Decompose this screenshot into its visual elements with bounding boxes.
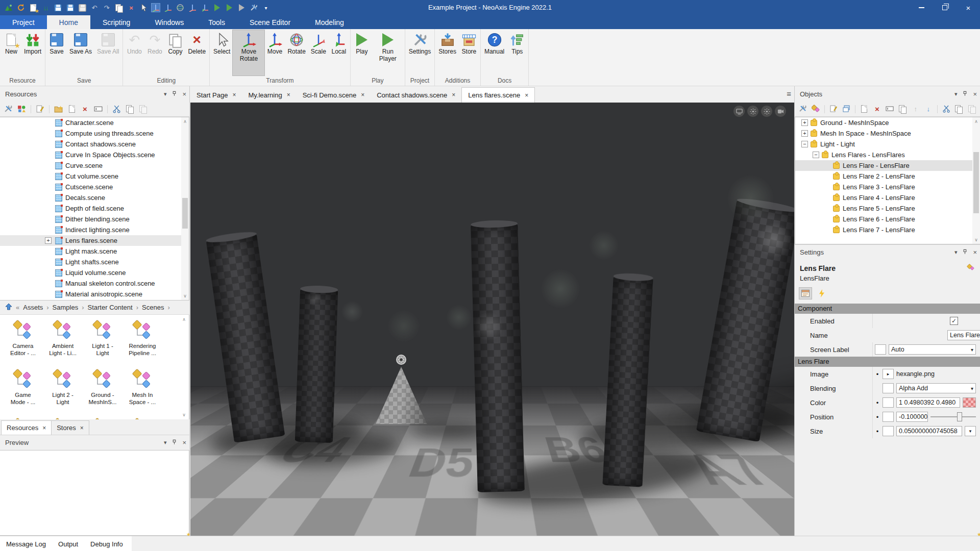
tab-modeling[interactable]: Modeling <box>303 15 356 29</box>
new-file-icon[interactable]: ★ <box>29 3 38 12</box>
import-icon[interactable]: ↓↓ <box>41 3 50 12</box>
grid-item[interactable]: Ground -MeshInS... <box>83 367 122 416</box>
tree-item[interactable]: Contact shadows.scene <box>0 139 189 149</box>
tab-contact-shadows[interactable]: Contact shadows.scene× <box>371 87 461 103</box>
tree-item[interactable]: Cut volume.scene <box>0 171 189 182</box>
copy-button[interactable]: Copy <box>165 30 185 76</box>
move-button[interactable]: Move <box>264 30 285 76</box>
scrollbar-thumb[interactable] <box>973 152 979 213</box>
color-value-field[interactable]: 1 0.4980392 0.4980 <box>896 397 960 408</box>
new-button[interactable]: ★New <box>1 30 21 76</box>
screen-label-dropdown[interactable]: Auto▾ <box>889 344 976 355</box>
play-alt-icon[interactable] <box>225 3 234 12</box>
light-gizmo-icon[interactable] <box>394 353 408 367</box>
grid-item[interactable]: RenderingPipeline ... <box>122 318 162 367</box>
tab-my-learning[interactable]: My.learning× <box>242 87 296 103</box>
play-icon[interactable] <box>212 3 222 12</box>
close-icon[interactable]: × <box>287 91 290 98</box>
panel-dropdown-icon[interactable]: ▾ <box>164 439 167 446</box>
play-button[interactable]: Play <box>352 30 372 76</box>
minimize-button[interactable] <box>910 0 933 15</box>
image-value[interactable]: hexangle.png <box>896 370 935 378</box>
blending-dropdown[interactable]: Alpha Add▾ <box>896 383 976 393</box>
panel-dropdown-icon[interactable]: ▾ <box>954 91 958 97</box>
windows-icon[interactable] <box>842 105 850 113</box>
quick-access-dropdown-icon[interactable]: ▾ <box>261 3 271 12</box>
close-icon[interactable]: × <box>80 424 84 432</box>
panel-close-icon[interactable]: × <box>973 90 977 98</box>
size-field[interactable]: 0.050000000745058 <box>896 426 962 436</box>
tree-item[interactable]: Material anisotropic.scene <box>0 289 189 299</box>
tree-item[interactable]: Liquid volume.scene <box>0 267 189 278</box>
size-dropdown-icon[interactable]: ▾ <box>965 426 976 436</box>
run-player-button[interactable]: Run Player <box>372 30 404 76</box>
pin-icon[interactable] <box>172 439 177 446</box>
delete-button[interactable]: ×Delete <box>185 30 208 76</box>
tree-item[interactable]: Lens Flare 6 - LensFlare <box>795 214 980 224</box>
tree-item[interactable]: −Light - Light <box>795 139 980 149</box>
scrollbar-thumb[interactable] <box>182 198 188 229</box>
manual-button[interactable]: ?Manual <box>482 30 507 76</box>
tree-item[interactable]: +Ground - MeshInSpace <box>795 117 980 128</box>
default-indicator[interactable] <box>883 383 894 393</box>
tab-lens-flares[interactable]: Lens flares.scene× <box>461 87 535 103</box>
tab-debug-info[interactable]: Debug Info <box>90 540 123 548</box>
breadcrumb-item-scenes[interactable]: Scenes <box>142 304 164 311</box>
tree-item[interactable]: Indirect lighting.scene <box>0 224 189 235</box>
tree-item[interactable]: −Lens Flares - LensFlares <box>795 149 980 160</box>
panel-close-icon[interactable]: × <box>182 90 186 98</box>
store-button[interactable]: Store <box>459 30 479 76</box>
default-indicator[interactable] <box>883 426 894 436</box>
select-cursor-icon[interactable] <box>139 3 148 12</box>
default-indicator[interactable] <box>875 344 886 355</box>
save-button[interactable]: Save <box>46 30 67 76</box>
up-level-icon[interactable] <box>5 303 12 312</box>
new-object-icon[interactable]: ★ <box>860 105 868 113</box>
grid-item[interactable]: Light 1 -Light <box>83 318 122 367</box>
scale-button[interactable]: Scale <box>308 30 329 76</box>
pin-icon[interactable] <box>962 249 968 256</box>
close-icon[interactable]: × <box>525 92 528 99</box>
settings-button[interactable]: Settings <box>406 30 433 76</box>
grid-item[interactable]: Light 2 -Light <box>43 367 83 416</box>
enabled-checkbox[interactable]: ✓ <box>950 317 958 325</box>
tab-resources[interactable]: Resources× <box>1 420 52 435</box>
tree-item[interactable]: Curve In Space Objects.scene <box>0 149 189 160</box>
rotate-button[interactable]: Rotate <box>285 30 308 76</box>
tab-windows[interactable]: Windows <box>142 15 196 29</box>
local-button[interactable]: Local <box>329 30 349 76</box>
grid-item[interactable]: CameraEditor - ... <box>3 318 43 367</box>
tree-item[interactable]: Lens Flare 4 - LensFlare <box>795 192 980 203</box>
move-rotate-icon[interactable] <box>151 3 160 12</box>
tree-item[interactable]: Lens Flare 3 - LensFlare <box>795 182 980 192</box>
tab-list-menu-icon[interactable]: ≡ <box>787 89 791 98</box>
camera-icon[interactable] <box>775 106 786 117</box>
flare-icon[interactable] <box>761 106 772 117</box>
resources-scrollbar[interactable]: ∧ ∨ <box>181 117 189 300</box>
select-button[interactable]: Select <box>211 30 233 76</box>
position-slider[interactable] <box>930 412 976 422</box>
copy-pages-icon[interactable] <box>955 105 963 113</box>
tree-item[interactable]: Dither blending.scene <box>0 214 189 224</box>
rotate-icon[interactable] <box>176 3 185 12</box>
local-transform-icon[interactable] <box>200 3 209 12</box>
expander-icon[interactable]: + <box>801 119 808 126</box>
cut-scissors-icon[interactable] <box>942 105 950 113</box>
copy-icon[interactable] <box>114 3 124 12</box>
panel-close-icon[interactable]: × <box>973 248 977 256</box>
pin-icon[interactable] <box>962 91 968 97</box>
scene-viewport[interactable]: C4 D5 B6 A7 G3 H4 A5 B6 C7 C1 D2 E5 D6 D… <box>190 103 794 536</box>
rename-icon[interactable] <box>94 105 103 113</box>
stores-button[interactable]: Stores <box>436 30 459 76</box>
reference-button[interactable]: ▸ <box>883 369 894 379</box>
close-icon[interactable]: × <box>232 91 236 98</box>
expander-icon[interactable]: − <box>813 152 819 158</box>
delete-icon[interactable]: × <box>127 3 136 12</box>
cut-scissors-icon[interactable] <box>112 105 121 113</box>
panel-dropdown-icon[interactable]: ▾ <box>164 91 167 97</box>
tab-scene-editor[interactable]: Scene Editor <box>237 15 303 29</box>
tree-item[interactable]: Compute using threads.scene <box>0 128 189 139</box>
tag-icon[interactable] <box>812 105 820 113</box>
tree-item[interactable]: Manual skeleton control.scene <box>0 278 189 289</box>
save-as-icon[interactable] <box>65 3 75 12</box>
